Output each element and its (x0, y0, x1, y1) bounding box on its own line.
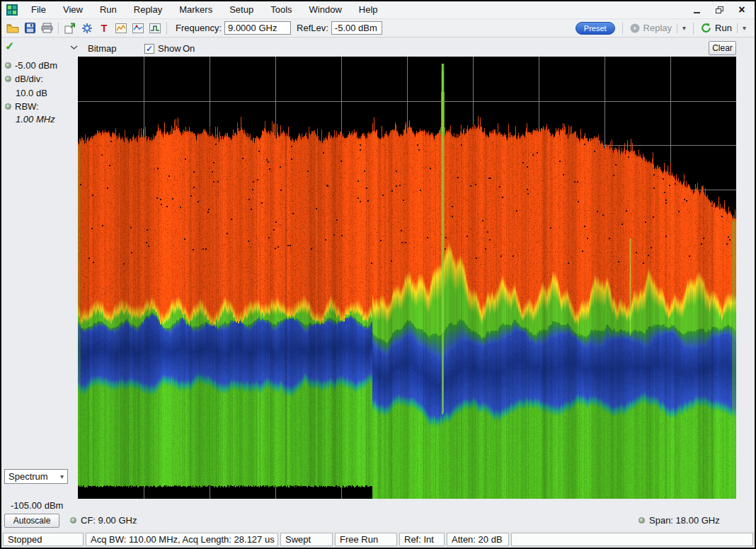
show-checkbox[interactable]: ✓ (144, 44, 154, 54)
menu-tools[interactable]: Tools (262, 1, 300, 18)
replay-icon (630, 23, 640, 33)
ref-level-top-value: -5.00 dBm (15, 60, 57, 71)
printer-icon (41, 23, 53, 33)
frequency-input[interactable] (224, 21, 291, 35)
menu-replay[interactable]: Replay (125, 1, 171, 18)
menu-run[interactable]: Run (91, 1, 125, 18)
status-acquisition-state: Stopped (3, 533, 84, 546)
replay-dropdown-arrow[interactable]: ▾ (682, 25, 686, 32)
status-attenuation: Atten: 20 dB (447, 533, 509, 546)
run-dropdown-arrow[interactable]: ▾ (743, 25, 746, 32)
rbw-value-text: 1.00 MHz (16, 114, 55, 125)
trigger-icon (149, 23, 161, 33)
show-state-label: On (183, 43, 195, 54)
menu-markers[interactable]: Markers (171, 1, 221, 18)
trigger-button[interactable] (147, 21, 164, 36)
menu-setup[interactable]: Setup (221, 1, 262, 18)
trace-enabled-check-icon: ✓ (5, 40, 14, 53)
settings-button[interactable] (79, 21, 96, 36)
markers-button[interactable] (130, 21, 147, 36)
toolbar-mini-separator (737, 23, 738, 33)
trace-type-label[interactable]: Bitmap (88, 43, 116, 54)
text-tool-icon: T (101, 23, 108, 34)
spectrum-bitmap-display[interactable] (78, 57, 736, 499)
status-bar: Stopped Acq BW: 110.00 MHz, Acq Length: … (1, 531, 755, 548)
toolbar-right-group: Preset Replay ▾ Run ▾ (575, 22, 746, 35)
preset-button[interactable]: Preset (575, 22, 615, 35)
rbw-value: 1.00 MHz (16, 114, 55, 125)
toolbar-separator (622, 22, 623, 35)
minimize-button[interactable] (691, 4, 702, 16)
db-div-row: dB/div: (5, 74, 43, 84)
save-button[interactable] (21, 21, 38, 36)
menu-help[interactable]: Help (350, 1, 386, 18)
menu-window[interactable]: Window (301, 1, 350, 18)
toolbar-mini-separator (677, 23, 677, 33)
toolbar: T Frequency: RefLev: Preset Replay ▾ Run… (1, 19, 755, 37)
reflev-label: RefLev: (297, 23, 328, 33)
close-icon: × (738, 5, 745, 15)
open-file-button[interactable] (4, 21, 21, 36)
app-icon (6, 4, 18, 16)
run-button[interactable]: Run (715, 23, 732, 33)
status-reference: Ref: Int (399, 533, 445, 546)
close-button[interactable]: × (736, 4, 748, 16)
menu-view[interactable]: View (55, 1, 91, 18)
gear-icon (81, 23, 93, 34)
param-dot-icon[interactable] (5, 76, 11, 82)
span-value: Span: 18.00 GHz (649, 515, 720, 526)
autoscale-button[interactable]: Autoscale (4, 514, 59, 528)
run-group: Run ▾ (701, 23, 746, 33)
toolbar-separator (166, 22, 167, 35)
cf-value: CF: 9.00 GHz (81, 515, 137, 526)
annotation-button[interactable]: T (96, 21, 113, 36)
replay-button[interactable]: Replay (643, 23, 672, 33)
reflev-input[interactable] (331, 21, 382, 35)
db-div-value: 10.0 dB (16, 88, 47, 98)
toolbar-separator (693, 22, 694, 35)
folder-icon (6, 23, 19, 33)
minimize-icon (694, 12, 700, 13)
status-sweep-mode: Swept (280, 533, 333, 546)
trace-selector-value: Spectrum (8, 471, 48, 482)
param-dot-icon[interactable] (638, 517, 645, 524)
menu-file[interactable]: File (23, 1, 55, 18)
status-acq-info: Acq BW: 110.00 MHz, Acq Length: 28.127 u… (86, 533, 278, 546)
menu-bar: File View Run Replay Markers Setup Tools… (1, 1, 755, 19)
restore-button[interactable] (714, 4, 725, 16)
center-frequency-readout: CF: 9.00 GHz (70, 515, 137, 526)
frequency-label: Frequency: (176, 23, 222, 33)
marker-chart-icon (132, 23, 144, 33)
print-button[interactable] (38, 21, 55, 36)
checkbox-check-icon: ✓ (146, 45, 153, 52)
displays-button[interactable] (113, 21, 130, 36)
status-empty (511, 533, 753, 546)
collapse-chevron-icon[interactable] (69, 45, 79, 50)
param-dot-icon[interactable] (70, 517, 76, 524)
rbw-row: RBW: (5, 101, 39, 112)
show-label: Show (158, 43, 181, 54)
window-controls: × (691, 4, 748, 16)
import-icon (64, 23, 76, 34)
run-icon (701, 23, 711, 33)
trace-selector[interactable]: Spectrum ▾ (4, 469, 68, 484)
db-div-value-text: 10.0 dB (16, 88, 47, 98)
clear-button[interactable]: Clear (709, 41, 736, 55)
replay-group: Replay ▾ (630, 23, 687, 33)
import-button[interactable] (62, 21, 79, 36)
waveform-chart-icon (115, 23, 127, 33)
status-trigger-mode: Free Run (335, 533, 397, 546)
trace-selector-arrow-icon: ▾ (60, 473, 64, 480)
db-div-label: dB/div: (15, 74, 43, 84)
floppy-icon (25, 23, 35, 33)
span-readout: Span: 18.00 GHz (638, 515, 720, 526)
rbw-label: RBW: (15, 101, 39, 112)
param-dot-icon[interactable] (5, 62, 11, 69)
ref-level-bottom-value: -105.00 dBm (11, 500, 63, 511)
toolbar-separator (58, 22, 59, 35)
restore-icon (716, 6, 723, 13)
ref-level-top-row: -5.00 dBm (5, 60, 57, 71)
param-dot-icon[interactable] (5, 103, 11, 110)
